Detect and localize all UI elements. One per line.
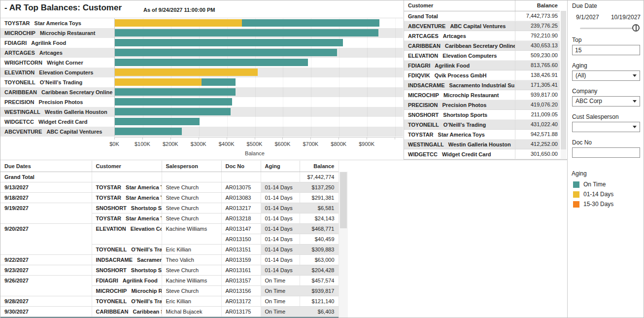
stacked-bar[interactable] — [115, 19, 379, 27]
table-row[interactable]: FDIAGRIAgrilink Food813,765.60 — [404, 61, 567, 71]
bar-row[interactable]: ARTCAGESArtcages — [0, 48, 403, 58]
bar-segment[interactable] — [115, 19, 242, 27]
legend-item[interactable]: 15-30 Days — [573, 199, 613, 209]
bar-row[interactable]: WRIGHTCORNWright Corner — [0, 58, 403, 68]
table-row[interactable]: ARTCAGESArtcages792,210.90 — [404, 31, 567, 41]
bar-segment[interactable] — [115, 69, 258, 76]
customer-name: Caribbean Secretary Online — [41, 89, 112, 95]
table-row[interactable]: CARIBBEANCaribbean Secretary Online430,6… — [404, 41, 567, 51]
bar-segment[interactable] — [115, 49, 337, 56]
stacked-bar[interactable] — [115, 69, 258, 76]
stacked-bar[interactable] — [115, 39, 343, 46]
scrollbar-thumb[interactable] — [561, 11, 566, 149]
bar-row[interactable]: ELEVATIONElevation Computers — [0, 68, 403, 77]
bar-row[interactable]: WESTINGALLWestin Galleria Houston — [0, 107, 403, 117]
scrollbar[interactable] — [339, 161, 348, 318]
bar-segment[interactable] — [115, 128, 182, 135]
table-row[interactable]: MICROCHIPMicrochip Restaurant939,817.00 — [404, 90, 567, 100]
company-dropdown[interactable]: ABC Corp — [572, 96, 640, 106]
grand-total-row[interactable]: Grand Total$7,442,774 — [0, 172, 339, 182]
table-row[interactable]: Grand Total7,442,773.95 — [404, 11, 567, 21]
table-row[interactable]: ABCVENTUREABC Capital Ventures239,776.25 — [404, 21, 567, 31]
bar-row[interactable]: ABCVENTUREABC Capital Ventures — [0, 127, 403, 137]
stacked-bar[interactable] — [115, 49, 337, 56]
table-row[interactable]: 9/28/2027TOYONEILLO’Neill’s TradingEric … — [0, 296, 339, 306]
bar-segment[interactable] — [115, 118, 200, 125]
bar-segment[interactable] — [115, 29, 378, 36]
bar-segment[interactable] — [242, 19, 379, 27]
legend-swatch — [573, 181, 579, 188]
table-row[interactable]: FDIQVIKQvik Process GmbH138,426.91 — [404, 71, 567, 80]
table-row[interactable]: 9/23/2027SNOSHORTShortstop SportsSteve C… — [0, 265, 339, 275]
customer-code: TOYONEILL — [4, 79, 35, 85]
cell-aging: On Time — [261, 296, 300, 306]
stacked-bar[interactable] — [115, 29, 378, 36]
cell-customer: TOYSTARStar America Toys — [92, 213, 162, 223]
customer-name: Wright Corner — [47, 60, 83, 66]
bar-lane — [114, 18, 403, 28]
bar-row[interactable]: TOYONEILLO’Neill’s Trading — [0, 77, 403, 87]
bar-row-label: ELEVATIONElevation Computers — [0, 68, 114, 77]
scrollbar[interactable] — [560, 0, 567, 159]
stacked-bar[interactable] — [115, 128, 182, 135]
customer-code: INDSACRAME — [408, 82, 445, 88]
table-row[interactable]: 9/13/2027TOYSTARStar America ToysSteve C… — [0, 182, 339, 192]
table-row[interactable]: 9/18/2027TOYSTARStar America ToysSteve C… — [0, 192, 339, 203]
bar-row[interactable]: TOYSTARStar America Toys — [0, 18, 403, 28]
table-row[interactable]: 9/30/2027CARIBBEANCaribbean Secretary On… — [0, 306, 339, 317]
legend-item[interactable]: On Time — [573, 179, 613, 189]
stacked-bar[interactable] — [115, 108, 231, 115]
table-row[interactable]: WIDGETCCWidget Credit Card301,650.00 — [404, 149, 567, 159]
cell-customer: SNOSHORTShortstop Sports — [92, 265, 162, 275]
gridline — [255, 107, 256, 117]
bar-lane — [114, 28, 403, 38]
bar-row[interactable]: PRECISIONPrecision Photos — [0, 97, 403, 107]
legend-item[interactable]: 01-14 Days — [573, 189, 613, 199]
doc-no-input[interactable] — [572, 147, 640, 158]
grand-total-label: Grand Total — [0, 172, 92, 182]
bar-segment[interactable] — [115, 108, 231, 115]
cell-aging: 01-14 Days — [261, 213, 300, 223]
stacked-bar[interactable] — [115, 118, 200, 125]
table-row[interactable]: 9/26/2027FDIAGRIAgrilink FoodKachine Wil… — [0, 275, 339, 285]
due-date-slider-handle[interactable] — [632, 24, 640, 32]
stacked-bar[interactable] — [115, 59, 308, 66]
stacked-bar[interactable] — [115, 78, 236, 86]
customer-code: ABCVENTURE — [4, 129, 42, 135]
bar-row[interactable]: FDIAGRIAgrilink Food — [0, 38, 403, 48]
customer-name: Sacramento Industrial Su.. — [449, 82, 515, 88]
bar-segment[interactable] — [115, 98, 232, 106]
cell-customer: TOYSTARStar America Toys — [92, 182, 162, 192]
stacked-bar[interactable] — [115, 88, 236, 96]
table-row[interactable]: INDSACRAMESacramento Industrial Su..171,… — [404, 80, 567, 90]
table-row[interactable]: 9/22/2027INDSACRAMESacramento Industrial… — [0, 254, 339, 265]
table-row[interactable]: PRECISIONPrecision Photos419,076.20 — [404, 100, 567, 110]
due-date-slider-track[interactable] — [580, 28, 640, 29]
bar-row[interactable]: WIDGETCCWidget Credit Card — [0, 117, 403, 127]
bar-segment[interactable] — [115, 88, 236, 96]
bar-row[interactable]: MICROCHIPMicrochip Restaurant — [0, 28, 403, 38]
cell-due-date: 9/26/2027 — [0, 275, 92, 296]
top-input[interactable] — [572, 45, 640, 55]
table-row[interactable]: 9/20/2027ELEVATIONElevation ComputersKac… — [0, 223, 339, 234]
bar-segment[interactable] — [115, 39, 343, 46]
bar-lane — [114, 107, 403, 117]
stacked-bar[interactable] — [115, 98, 232, 106]
cell-balance: $204,428 — [300, 265, 339, 275]
bar-row[interactable]: CARIBBEANCaribbean Secretary Online — [0, 87, 403, 97]
table-row[interactable]: SNOSHORTShortstop Sports211,009.05 — [404, 110, 567, 120]
scrollbar-thumb[interactable] — [340, 172, 347, 228]
table-row[interactable]: 9/19/2027SNOSHORTShortstop SportsSteve C… — [0, 203, 339, 213]
cust-salesperson-dropdown[interactable] — [572, 122, 640, 132]
table-row[interactable]: WESTINGALLWestin Galleria Houston412,252… — [404, 140, 567, 149]
table-row[interactable]: TOYSTARStar America Toys942,571.88 — [404, 130, 567, 140]
aging-dropdown[interactable]: (All) — [572, 71, 640, 81]
bar-segment[interactable] — [202, 78, 236, 86]
bar-segment[interactable] — [115, 59, 308, 66]
gridline — [367, 107, 368, 117]
table-row[interactable]: ELEVATIONElevation Computers509,230.00 — [404, 51, 567, 61]
gridline — [395, 38, 396, 48]
table-row[interactable]: TOYONEILLO’Neill’s Trading431,022.40 — [404, 120, 567, 130]
bar-segment[interactable] — [115, 78, 202, 86]
customer-name: Shortstop Sports — [131, 267, 162, 273]
